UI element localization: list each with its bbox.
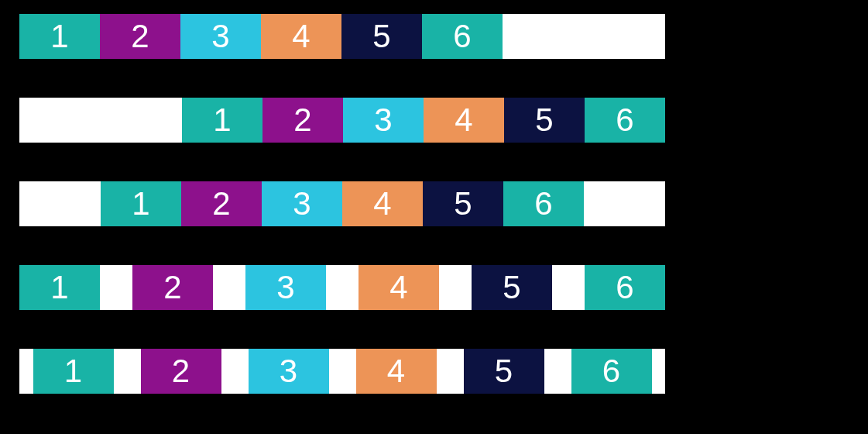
flex-item-6: 6	[571, 349, 652, 394]
flex-item-2: 2	[181, 181, 262, 226]
flex-row-space-around: 1 2 3 4 5 6	[17, 346, 667, 396]
flex-item-1: 1	[19, 265, 100, 310]
flex-item-6: 6	[585, 265, 665, 310]
flex-item-2: 2	[141, 349, 221, 394]
flex-item-5: 5	[472, 265, 552, 310]
flex-item-1: 1	[101, 181, 181, 226]
flex-item-5: 5	[464, 349, 544, 394]
flex-item-4: 4	[424, 98, 504, 143]
flex-item-4: 4	[356, 349, 437, 394]
flex-item-3: 3	[343, 98, 424, 143]
flex-item-2: 2	[132, 265, 213, 310]
flex-item-3: 3	[262, 181, 342, 226]
flex-row-start: 1 2 3 4 5 6	[17, 12, 667, 61]
flex-item-1: 1	[19, 14, 100, 59]
flex-item-5: 5	[341, 14, 422, 59]
flex-item-1: 1	[33, 349, 114, 394]
flex-item-5: 5	[423, 181, 503, 226]
flex-item-6: 6	[585, 98, 665, 143]
flex-item-6: 6	[422, 14, 503, 59]
flex-item-3: 3	[245, 265, 326, 310]
flex-item-2: 2	[100, 14, 180, 59]
flex-item-4: 4	[359, 265, 439, 310]
flex-row-end: 1 2 3 4 5 6	[17, 95, 667, 145]
flex-item-5: 5	[504, 98, 585, 143]
flex-item-2: 2	[262, 98, 343, 143]
flex-item-1: 1	[182, 98, 262, 143]
flex-item-4: 4	[342, 181, 423, 226]
flex-row-space-between: 1 2 3 4 5 6	[17, 263, 667, 312]
flex-item-3: 3	[180, 14, 261, 59]
flex-item-4: 4	[261, 14, 341, 59]
flex-item-6: 6	[503, 181, 584, 226]
flex-row-center: 1 2 3 4 5 6	[17, 179, 667, 229]
flex-item-3: 3	[249, 349, 329, 394]
